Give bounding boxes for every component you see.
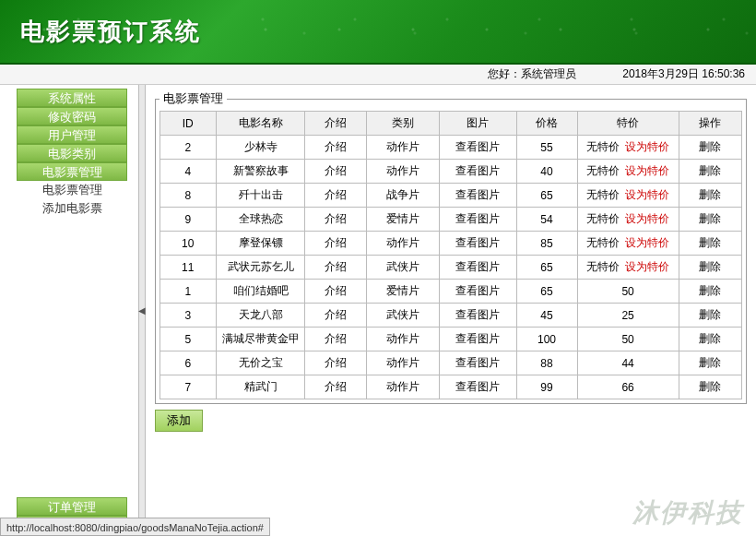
view-image-link[interactable]: 查看图片 — [455, 260, 500, 273]
splitter[interactable]: ◀ — [138, 85, 146, 536]
cell-image: 查看图片 — [439, 160, 516, 184]
intro-link[interactable]: 介绍 — [325, 164, 347, 177]
cell-action: 删除 — [679, 208, 741, 232]
menu-header-item[interactable]: 电影票管理 — [17, 162, 127, 181]
table-row: 7精武门介绍动作片查看图片9966删除 — [160, 375, 742, 399]
view-image-link[interactable]: 查看图片 — [455, 236, 500, 249]
intro-link[interactable]: 介绍 — [325, 260, 347, 273]
cell-name: 精武门 — [216, 375, 305, 399]
delete-link[interactable]: 删除 — [699, 284, 721, 297]
set-special-link[interactable]: 设为特价 — [625, 140, 669, 153]
special-none-label: 无特价 — [586, 140, 620, 153]
menu-sub-item[interactable]: 添加电影票 — [17, 199, 127, 218]
menu-header-item[interactable]: 用户管理 — [17, 125, 127, 144]
delete-link[interactable]: 删除 — [699, 212, 721, 225]
status-bar: http://localhost:8080/dingpiao/goodsMana… — [0, 518, 270, 536]
col-id: ID — [160, 112, 217, 136]
intro-link[interactable]: 介绍 — [325, 236, 347, 249]
intro-link[interactable]: 介绍 — [325, 212, 347, 225]
table-row: 10摩登保镖介绍动作片查看图片85无特价设为特价删除 — [160, 232, 742, 256]
cell-intro: 介绍 — [305, 280, 366, 304]
cell-image: 查看图片 — [439, 375, 516, 399]
menu-header-item[interactable]: 系统属性 — [17, 89, 127, 107]
cell-name: 咱们结婚吧 — [216, 280, 305, 304]
cell-name: 歼十出击 — [216, 184, 305, 208]
cell-price: 65 — [516, 256, 577, 280]
watermark: 沐伊科技 — [632, 495, 743, 530]
cell-category: 动作片 — [366, 351, 439, 375]
movie-ticket-fieldset: 电影票管理 ID 电影名称 介绍 类别 图片 价格 特价 操作 2少林寺介绍动作… — [155, 90, 747, 404]
cell-id: 8 — [160, 184, 217, 208]
table-row: 4新警察故事介绍动作片查看图片40无特价设为特价删除 — [160, 160, 742, 184]
set-special-link[interactable]: 设为特价 — [625, 236, 669, 249]
chevron-left-icon: ◀ — [138, 305, 146, 316]
set-special-link[interactable]: 设为特价 — [625, 164, 669, 177]
cell-action: 删除 — [679, 256, 741, 280]
cell-price: 65 — [516, 184, 577, 208]
delete-link[interactable]: 删除 — [699, 308, 721, 321]
menu-sub-item[interactable]: 电影票管理 — [17, 181, 127, 199]
cell-special: 50 — [577, 328, 679, 351]
cell-action: 删除 — [679, 232, 741, 256]
special-price: 50 — [621, 285, 633, 298]
datetime: 2018年3月29日 16:50:36 — [622, 66, 745, 82]
app-title: 电影票预订系统 — [20, 16, 201, 48]
cell-intro: 介绍 — [305, 328, 366, 351]
intro-link[interactable]: 介绍 — [325, 332, 347, 345]
add-button[interactable]: 添加 — [155, 410, 203, 432]
col-name: 电影名称 — [216, 112, 305, 136]
table-row: 11武状元苏乞儿介绍武侠片查看图片65无特价设为特价删除 — [160, 256, 742, 280]
cell-category: 动作片 — [366, 232, 439, 256]
special-price: 50 — [621, 333, 633, 346]
cell-image: 查看图片 — [439, 232, 516, 256]
delete-link[interactable]: 删除 — [699, 236, 721, 249]
intro-link[interactable]: 介绍 — [325, 188, 347, 201]
delete-link[interactable]: 删除 — [699, 356, 721, 369]
cell-id: 6 — [160, 351, 217, 375]
menu-header-item[interactable]: 电影类别 — [17, 144, 127, 162]
view-image-link[interactable]: 查看图片 — [455, 284, 500, 297]
view-image-link[interactable]: 查看图片 — [455, 380, 500, 393]
set-special-link[interactable]: 设为特价 — [625, 260, 669, 273]
intro-link[interactable]: 介绍 — [325, 284, 347, 297]
cell-special: 25 — [577, 304, 679, 328]
intro-link[interactable]: 介绍 — [325, 140, 347, 153]
set-special-link[interactable]: 设为特价 — [625, 212, 669, 225]
view-image-link[interactable]: 查看图片 — [455, 140, 500, 153]
cell-special: 无特价设为特价 — [577, 232, 679, 256]
cell-category: 爱情片 — [366, 208, 439, 232]
delete-link[interactable]: 删除 — [699, 188, 721, 201]
cell-action: 删除 — [679, 184, 741, 208]
view-image-link[interactable]: 查看图片 — [455, 308, 500, 321]
intro-link[interactable]: 介绍 — [325, 356, 347, 369]
cell-category: 动作片 — [366, 160, 439, 184]
delete-link[interactable]: 删除 — [699, 140, 721, 153]
delete-link[interactable]: 删除 — [699, 260, 721, 273]
view-image-link[interactable]: 查看图片 — [455, 188, 500, 201]
view-image-link[interactable]: 查看图片 — [455, 332, 500, 345]
view-image-link[interactable]: 查看图片 — [455, 212, 500, 225]
col-image: 图片 — [439, 112, 516, 136]
set-special-link[interactable]: 设为特价 — [625, 188, 669, 201]
delete-link[interactable]: 删除 — [699, 164, 721, 177]
menu-header-item[interactable]: 订单管理 — [17, 497, 127, 516]
topbar: 您好：系统管理员 2018年3月29日 16:50:36 — [0, 65, 756, 85]
delete-link[interactable]: 删除 — [699, 380, 721, 393]
menu-header-item[interactable]: 修改密码 — [17, 107, 127, 125]
view-image-link[interactable]: 查看图片 — [455, 164, 500, 177]
cell-image: 查看图片 — [439, 256, 516, 280]
special-price: 44 — [621, 357, 633, 370]
cell-intro: 介绍 — [305, 304, 366, 328]
cell-action: 删除 — [679, 280, 741, 304]
cell-price: 65 — [516, 280, 577, 304]
cell-name: 摩登保镖 — [216, 232, 305, 256]
intro-link[interactable]: 介绍 — [325, 308, 347, 321]
current-user: 系统管理员 — [521, 67, 576, 80]
cell-action: 删除 — [679, 304, 741, 328]
view-image-link[interactable]: 查看图片 — [455, 356, 500, 369]
delete-link[interactable]: 删除 — [699, 332, 721, 345]
cell-category: 爱情片 — [366, 280, 439, 304]
table-row: 1咱们结婚吧介绍爱情片查看图片6550删除 — [160, 280, 742, 304]
cell-action: 删除 — [679, 160, 741, 184]
intro-link[interactable]: 介绍 — [325, 380, 347, 393]
